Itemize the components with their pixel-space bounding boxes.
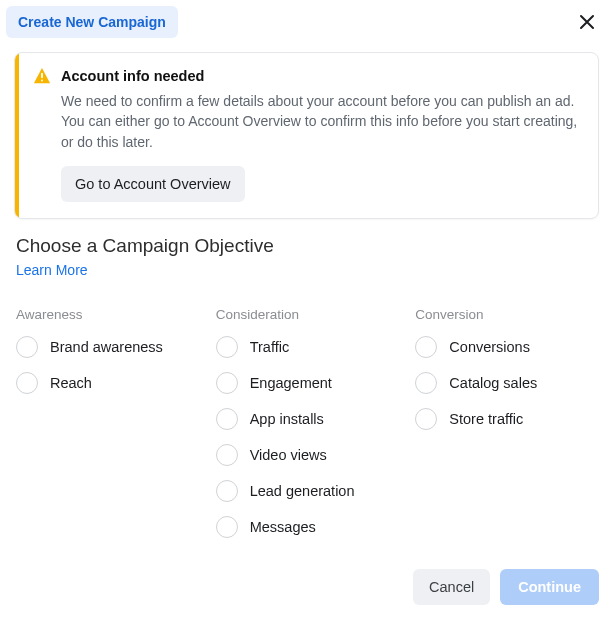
cancel-button[interactable]: Cancel: [413, 569, 490, 605]
option-label: Reach: [50, 375, 92, 391]
close-button[interactable]: [571, 6, 603, 38]
create-campaign-pill[interactable]: Create New Campaign: [6, 6, 178, 38]
learn-more-link[interactable]: Learn More: [16, 262, 88, 278]
column-conversion: Conversion Conversions Catalog sales Sto…: [415, 307, 597, 552]
footer-actions: Cancel Continue: [413, 569, 599, 605]
option-label: App installs: [250, 411, 324, 427]
option-catalog-sales[interactable]: Catalog sales: [415, 372, 597, 394]
radio-icon: [16, 372, 38, 394]
option-label: Brand awareness: [50, 339, 163, 355]
radio-icon: [216, 480, 238, 502]
radio-icon: [16, 336, 38, 358]
column-header-consideration: Consideration: [216, 307, 398, 322]
column-consideration: Consideration Traffic Engagement App ins…: [216, 307, 398, 552]
column-awareness: Awareness Brand awareness Reach: [16, 307, 198, 552]
radio-icon: [216, 336, 238, 358]
account-info-alert: Account info needed We need to confirm a…: [14, 52, 599, 219]
svg-rect-0: [41, 73, 43, 78]
option-label: Catalog sales: [449, 375, 537, 391]
option-label: Store traffic: [449, 411, 523, 427]
option-label: Traffic: [250, 339, 289, 355]
option-reach[interactable]: Reach: [16, 372, 198, 394]
radio-icon: [216, 408, 238, 430]
option-label: Conversions: [449, 339, 530, 355]
option-store-traffic[interactable]: Store traffic: [415, 408, 597, 430]
radio-icon: [415, 336, 437, 358]
option-app-installs[interactable]: App installs: [216, 408, 398, 430]
option-lead-generation[interactable]: Lead generation: [216, 480, 398, 502]
option-label: Engagement: [250, 375, 332, 391]
alert-description: We need to confirm a few details about y…: [61, 91, 582, 152]
svg-rect-1: [41, 80, 43, 82]
option-brand-awareness[interactable]: Brand awareness: [16, 336, 198, 358]
page-title: Choose a Campaign Objective: [16, 235, 597, 257]
option-conversions[interactable]: Conversions: [415, 336, 597, 358]
radio-icon: [415, 372, 437, 394]
option-messages[interactable]: Messages: [216, 516, 398, 538]
option-label: Messages: [250, 519, 316, 535]
radio-icon: [415, 408, 437, 430]
column-header-awareness: Awareness: [16, 307, 198, 322]
radio-icon: [216, 516, 238, 538]
option-label: Video views: [250, 447, 327, 463]
close-icon: [577, 12, 597, 32]
objective-columns: Awareness Brand awareness Reach Consider…: [0, 279, 613, 562]
radio-icon: [216, 444, 238, 466]
continue-button[interactable]: Continue: [500, 569, 599, 605]
column-header-conversion: Conversion: [415, 307, 597, 322]
account-overview-button[interactable]: Go to Account Overview: [61, 166, 245, 202]
warning-icon: [33, 67, 51, 85]
radio-icon: [216, 372, 238, 394]
option-engagement[interactable]: Engagement: [216, 372, 398, 394]
option-label: Lead generation: [250, 483, 355, 499]
pill-label: Create New Campaign: [18, 14, 166, 30]
option-video-views[interactable]: Video views: [216, 444, 398, 466]
alert-title: Account info needed: [61, 68, 204, 84]
option-traffic[interactable]: Traffic: [216, 336, 398, 358]
